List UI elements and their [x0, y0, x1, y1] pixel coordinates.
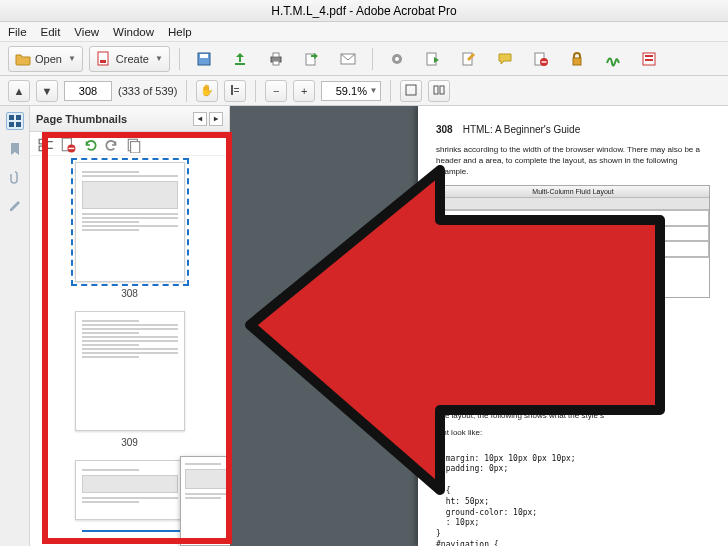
gear-icon: [389, 51, 405, 67]
menu-view[interactable]: View: [74, 26, 99, 38]
mock-footer-cell: Footer: [437, 241, 709, 256]
close-panel-button[interactable]: ▸: [209, 112, 223, 126]
upload-button[interactable]: [225, 46, 255, 72]
body-text: ight look like:: [436, 428, 710, 439]
toolbar-separator: [255, 80, 256, 102]
comment-icon: [497, 51, 513, 67]
delete-thumb-icon[interactable]: [60, 137, 74, 151]
svg-rect-29: [39, 146, 44, 151]
window-titlebar: H.T.M.L_4.pdf - Adobe Acrobat Pro: [0, 0, 728, 22]
page-number: 308: [436, 124, 453, 135]
attachments-panel-button[interactable]: [6, 168, 24, 186]
folder-open-icon: [15, 51, 31, 67]
body-text: shrinks according to the width of the br…: [436, 145, 710, 177]
page-count-label: (333 of 539): [118, 85, 177, 97]
print-button[interactable]: [261, 46, 291, 72]
mock-title: Multi-Column Fluid Layout: [437, 186, 709, 198]
svg-rect-3: [200, 54, 208, 58]
menu-edit[interactable]: Edit: [41, 26, 61, 38]
page-thumbnails-panel: Page Thumbnails ◂ ▸ 30: [30, 106, 230, 546]
save-button[interactable]: [189, 46, 219, 72]
menu-file[interactable]: File: [8, 26, 27, 38]
svg-point-11: [395, 57, 399, 61]
running-head: HTML: A Beginner's Guide: [463, 124, 581, 135]
page-number-input[interactable]: [64, 81, 112, 101]
delete-page-button[interactable]: [526, 46, 556, 72]
create-label: Create: [116, 53, 149, 65]
mock-header-cell: Header: [437, 210, 709, 225]
svg-rect-22: [434, 86, 438, 94]
hand-tool-button[interactable]: ✋: [196, 80, 218, 102]
chevron-down-icon: ▼: [369, 86, 377, 95]
body-text: ylesheet somewhat, depending on the leng…: [436, 377, 710, 388]
zoom-out-button[interactable]: −: [265, 80, 287, 102]
thumbnail-label: 308: [121, 288, 138, 299]
comment-button[interactable]: [490, 46, 520, 72]
embedded-browser-mock: Multi-Column Fluid Layout Header Navigat…: [436, 185, 710, 297]
next-page-button[interactable]: ▼: [36, 80, 58, 102]
thumbnail-page-310[interactable]: [75, 460, 185, 520]
arrow-down-icon: ▼: [42, 85, 53, 97]
svg-rect-16: [541, 61, 546, 62]
arrow-up-icon: ▲: [14, 85, 25, 97]
toolbar-separator: [186, 80, 187, 102]
create-button[interactable]: Create ▼: [89, 46, 170, 72]
thumbnail-page-308[interactable]: [75, 162, 185, 282]
minus-icon: −: [273, 85, 279, 97]
collapse-button[interactable]: ◂: [193, 112, 207, 126]
document-viewport[interactable]: 308 HTML: A Beginner's Guide shrinks acc…: [230, 106, 728, 546]
rotate-ccw-icon[interactable]: [82, 137, 96, 151]
thumbnail-page-309[interactable]: [75, 311, 185, 431]
document-export-icon: [425, 51, 441, 67]
signatures-panel-button[interactable]: [6, 196, 24, 214]
select-tool-button[interactable]: [224, 80, 246, 102]
svg-rect-25: [16, 115, 21, 120]
text-select-icon: [229, 84, 241, 98]
thumbnails-panel-button[interactable]: [6, 112, 24, 130]
body-text: int to help you build the basic page: [436, 366, 710, 377]
zoom-in-button[interactable]: +: [293, 80, 315, 102]
svg-rect-21: [406, 85, 416, 95]
options-icon[interactable]: [38, 137, 52, 151]
document-delete-icon: [533, 51, 549, 67]
secure-button[interactable]: [562, 46, 592, 72]
menu-window[interactable]: Window: [113, 26, 154, 38]
form-button[interactable]: [634, 46, 664, 72]
mock-content-cell: Content: [528, 226, 619, 241]
extract-icon[interactable]: [126, 137, 140, 151]
share-button[interactable]: [297, 46, 327, 72]
chevron-down-icon: ▼: [155, 54, 163, 63]
zoom-level-field[interactable]: 59.1% ▼: [321, 81, 381, 101]
settings-button[interactable]: [382, 46, 412, 72]
svg-rect-6: [273, 53, 279, 57]
open-button[interactable]: Open ▼: [8, 46, 83, 72]
printer-icon: [268, 51, 284, 67]
bookmarks-panel-button[interactable]: [6, 140, 24, 158]
svg-rect-20: [645, 59, 653, 61]
svg-rect-24: [9, 115, 14, 120]
menu-bar: File Edit View Window Help: [0, 22, 728, 42]
signature-icon: [605, 51, 621, 67]
save-icon: [196, 51, 212, 67]
rotate-cw-icon[interactable]: [104, 137, 118, 151]
document-edit-icon: [461, 51, 477, 67]
reading-mode-button[interactable]: [428, 80, 450, 102]
mock-nav-cell: Navigation: [437, 226, 528, 241]
left-rail: [0, 106, 30, 546]
toolbar-separator: [390, 80, 391, 102]
svg-rect-19: [645, 55, 653, 57]
thumbnails-header: Page Thumbnails ◂ ▸: [30, 106, 229, 132]
body-text: age layout, the following shows what the…: [436, 411, 710, 422]
zoom-value: 59.1%: [336, 85, 367, 97]
prev-page-button[interactable]: ▲: [8, 80, 30, 102]
edit-text-button[interactable]: [454, 46, 484, 72]
chevron-down-icon: ▼: [68, 54, 76, 63]
email-button[interactable]: [333, 46, 363, 72]
svg-rect-0: [98, 52, 108, 65]
fit-page-button[interactable]: [400, 80, 422, 102]
thumbnails-title: Page Thumbnails: [36, 113, 127, 125]
export-button[interactable]: [418, 46, 448, 72]
sign-button[interactable]: [598, 46, 628, 72]
menu-help[interactable]: Help: [168, 26, 192, 38]
envelope-icon: [340, 51, 356, 67]
